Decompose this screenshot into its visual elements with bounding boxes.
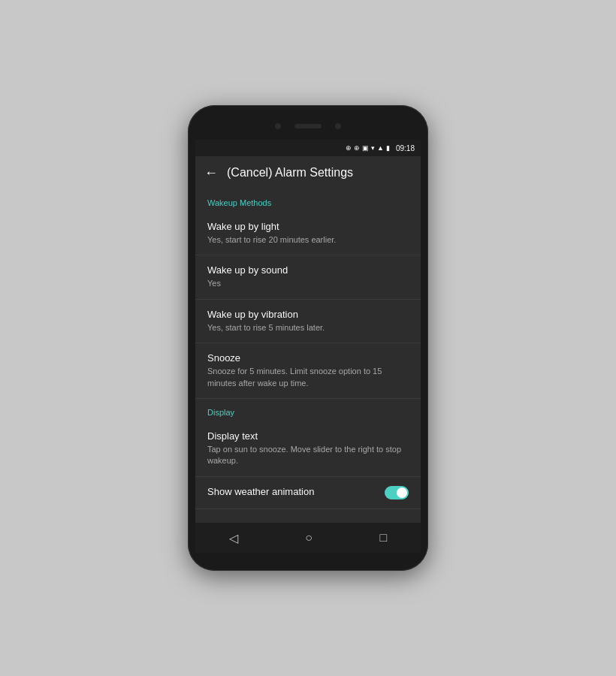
wake-by-light-title: Wake up by light [207,221,409,232]
sensor-dot [335,123,341,129]
phone-frame: ⊕ ⊕ ▣ ▾ ▲ ▮ 09:18 ← (Cancel) Alarm Setti… [188,105,428,571]
snooze-subtitle: Snooze for 5 minutes. Limit snooze optio… [207,366,409,389]
plus-icon: ⊕ [354,144,360,152]
toolbar: ← (Cancel) Alarm Settings [195,156,421,189]
wake-by-sound-subtitle: Yes [207,278,409,289]
weather-animation-toggle[interactable] [385,486,409,499]
weather-animation-title: Show weather animation [207,486,314,497]
battery-icon: ▮ [386,144,390,152]
status-icons: ⊕ ⊕ ▣ ▾ ▲ ▮ [346,144,390,152]
wake-by-vibration-subtitle: Yes, start to rise 5 minutes later. [207,322,409,333]
setting-wake-by-light[interactable]: Wake up by light Yes, start to rise 20 m… [195,212,421,255]
setting-wake-by-vibration[interactable]: Wake up by vibration Yes, start to rise … [195,300,421,343]
display-text-subtitle: Tap on sun to snooze. Move slider to the… [207,444,409,467]
toolbar-title: (Cancel) Alarm Settings [227,166,353,180]
back-button[interactable]: ← [204,165,218,181]
wake-by-sound-title: Wake up by sound [207,264,409,276]
nav-home-button[interactable]: ○ [305,531,313,545]
speaker [294,124,322,128]
status-bar: ⊕ ⊕ ▣ ▾ ▲ ▮ 09:18 [195,140,421,156]
wake-by-light-subtitle: Yes, start to rise 20 minutes earlier. [207,234,409,246]
phone-screen: ⊕ ⊕ ▣ ▾ ▲ ▮ 09:18 ← (Cancel) Alarm Setti… [195,140,421,553]
setting-wake-by-sound[interactable]: Wake up by sound Yes [195,255,421,299]
snooze-title: Snooze [207,352,409,364]
cast-icon: ▣ [362,144,369,152]
signal-icon: ▲ [377,144,384,152]
nav-back-button[interactable]: ◁ [229,531,238,545]
display-text-title: Display text [207,430,409,442]
settings-content: Wakeup Methods Wake up by light Yes, sta… [195,189,421,523]
wifi-icon: ▾ [371,144,375,152]
status-time: 09:18 [396,144,415,152]
section-header-display: Display [195,399,421,421]
setting-display-text[interactable]: Display text Tap on sun to snooze. Move … [195,421,421,477]
setting-weather-animation[interactable]: Show weather animation [195,477,421,509]
phone-bottom [195,553,421,560]
section-header-wakeup: Wakeup Methods [195,189,421,212]
setting-snooze[interactable]: Snooze Snooze for 5 minutes. Limit snooz… [195,343,421,399]
nav-recent-button[interactable]: □ [380,531,388,545]
camera-area [195,116,421,137]
sync-icon: ⊕ [346,144,352,152]
nav-bar: ◁ ○ □ [195,523,421,553]
wake-by-vibration-title: Wake up by vibration [207,309,409,320]
camera-dot [275,123,281,129]
